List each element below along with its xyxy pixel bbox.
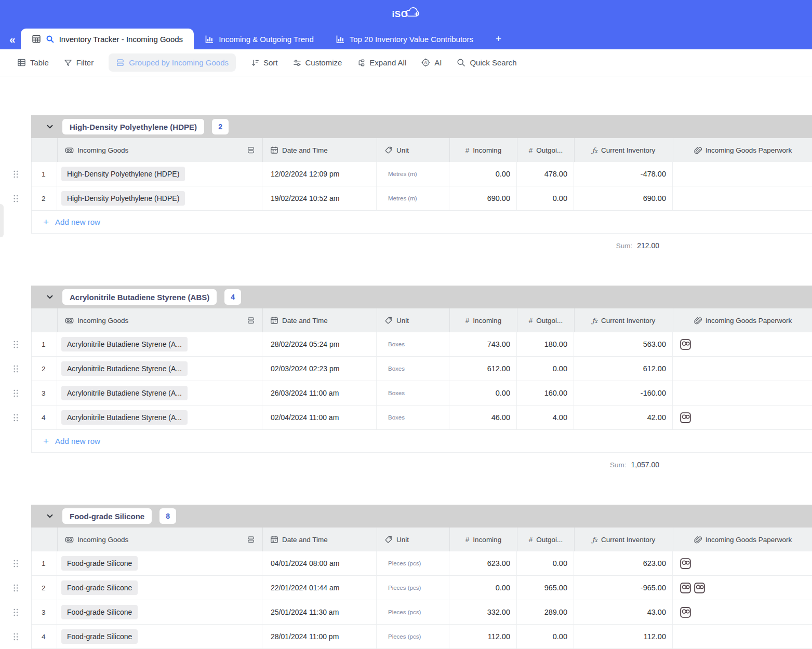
column-header-incoming[interactable]: #Incoming <box>450 138 517 162</box>
cell-current-inventory[interactable]: 612.00 <box>574 357 673 381</box>
cell-incoming[interactable]: 46.00 <box>449 405 517 430</box>
tab-inventory-tracker[interactable]: Inventory Tracker - Incoming Goods <box>21 29 194 49</box>
column-header-outgoing[interactable]: #Outgoi... <box>517 528 575 551</box>
cell-paperwork[interactable] <box>673 186 812 211</box>
tab-incoming-outgoing-trend[interactable]: Incoming & Outgoing Trend <box>194 29 325 49</box>
add-tab-button[interactable]: + <box>496 33 501 45</box>
cell-incoming-goods[interactable]: Acrylonitrile Butadiene Styrene (A... <box>57 332 262 357</box>
tab-top20-contributors[interactable]: Top 20 Inventory Value Contributors <box>325 29 484 49</box>
cell-incoming[interactable]: 690.00 <box>449 186 517 211</box>
column-header-datetime[interactable]: Date and Time <box>263 138 377 162</box>
drag-handle-icon[interactable] <box>13 632 19 641</box>
column-header-incoming[interactable]: #Incoming <box>450 528 517 551</box>
column-header-incoming[interactable]: #Incoming <box>450 308 517 332</box>
cell-unit[interactable]: Pieces (pcs) <box>377 551 449 576</box>
cell-incoming-goods[interactable]: Food-grade Silicone <box>57 600 262 625</box>
drag-handle-icon[interactable] <box>13 364 19 373</box>
grouped-by-button[interactable]: Grouped by Incoming Goods <box>109 53 236 72</box>
collapse-sidebar-button[interactable]: « <box>9 33 16 46</box>
attachment-thumbnail[interactable] <box>680 583 691 593</box>
column-header-unit[interactable]: Unit <box>377 138 450 162</box>
sort-button[interactable]: Sort <box>251 58 278 67</box>
cell-unit[interactable]: Boxes <box>377 332 449 357</box>
column-header-outgoing[interactable]: #Outgoi... <box>517 308 575 332</box>
cell-outgoing[interactable]: 965.00 <box>517 576 574 600</box>
cell-current-inventory[interactable]: 43.00 <box>574 600 673 625</box>
cell-unit[interactable]: Boxes <box>377 357 449 381</box>
column-header-unit[interactable]: Unit <box>377 528 450 551</box>
cell-date-and-time[interactable]: 28/01/2024 11:00 pm <box>262 625 377 649</box>
drag-handle-icon[interactable] <box>13 584 19 592</box>
cell-current-inventory[interactable]: -160.00 <box>574 381 673 405</box>
cell-incoming-goods[interactable]: Food-grade Silicone <box>57 625 262 649</box>
cell-date-and-time[interactable]: 28/02/2024 05:24 pm <box>262 332 377 357</box>
ai-button[interactable]: AI AI <box>421 58 442 67</box>
cell-current-inventory[interactable]: -965.00 <box>574 576 673 600</box>
drag-handle-icon[interactable] <box>13 170 19 179</box>
cell-date-and-time[interactable]: 19/02/2024 10:52 am <box>262 186 377 211</box>
cell-paperwork[interactable] <box>673 600 812 625</box>
cell-unit[interactable]: Boxes <box>377 381 449 405</box>
drag-handle-icon[interactable] <box>13 194 19 203</box>
collapsed-panel-handle[interactable] <box>0 204 4 237</box>
attachment-thumbnail[interactable] <box>694 583 705 593</box>
cell-current-inventory[interactable]: -478.00 <box>574 162 673 186</box>
cell-paperwork[interactable] <box>673 405 812 430</box>
column-header-paperwork[interactable]: Incoming Goods Paperwork <box>673 528 812 551</box>
cell-current-inventory[interactable]: 623.00 <box>574 551 673 576</box>
add-new-row-button[interactable]: +Add new row <box>31 211 812 234</box>
attachment-thumbnail[interactable] <box>680 558 691 569</box>
column-header-goods[interactable]: Incoming Goods <box>58 138 263 162</box>
cell-paperwork[interactable] <box>673 357 812 381</box>
column-header-current[interactable]: ƒxCurrent Inventory <box>575 528 673 551</box>
filter-button[interactable]: Filter <box>64 58 94 67</box>
cell-incoming-goods[interactable]: Food-grade Silicone <box>57 576 262 600</box>
cell-current-inventory[interactable]: 42.00 <box>574 405 673 430</box>
cell-current-inventory[interactable]: 563.00 <box>574 332 673 357</box>
cell-outgoing[interactable]: 0.00 <box>517 186 574 211</box>
cell-paperwork[interactable] <box>673 576 812 600</box>
column-header-unit[interactable]: Unit <box>377 308 450 332</box>
cell-current-inventory[interactable]: 112.00 <box>574 625 673 649</box>
chevron-down-icon[interactable] <box>45 511 55 521</box>
cell-incoming[interactable]: 0.00 <box>449 162 517 186</box>
column-header-goods[interactable]: Incoming Goods <box>58 308 263 332</box>
cell-incoming[interactable]: 743.00 <box>449 332 517 357</box>
cell-unit[interactable]: Pieces (pcs) <box>377 625 449 649</box>
column-header-paperwork[interactable]: Incoming Goods Paperwork <box>673 308 812 332</box>
cell-unit[interactable]: Pieces (pcs) <box>377 600 449 625</box>
customize-button[interactable]: Customize <box>293 58 342 67</box>
group-sum[interactable]: Sum:212.00 <box>574 241 673 250</box>
cell-current-inventory[interactable]: 690.00 <box>574 186 673 211</box>
cell-paperwork[interactable] <box>673 162 812 186</box>
cell-outgoing[interactable]: 180.00 <box>517 332 574 357</box>
cell-incoming[interactable]: 0.00 <box>449 381 517 405</box>
column-header-goods[interactable]: Incoming Goods <box>58 528 263 551</box>
cell-paperwork[interactable] <box>673 381 812 405</box>
cell-paperwork[interactable] <box>673 625 812 649</box>
drag-handle-icon[interactable] <box>13 608 19 617</box>
cell-incoming[interactable]: 623.00 <box>449 551 517 576</box>
cell-date-and-time[interactable]: 22/01/2024 01:44 am <box>262 576 377 600</box>
cell-outgoing[interactable]: 4.00 <box>517 405 574 430</box>
cell-outgoing[interactable]: 160.00 <box>517 381 574 405</box>
cell-incoming[interactable]: 612.00 <box>449 357 517 381</box>
cell-outgoing[interactable]: 0.00 <box>517 357 574 381</box>
column-header-current[interactable]: ƒxCurrent Inventory <box>575 138 673 162</box>
cell-incoming-goods[interactable]: Acrylonitrile Butadiene Styrene (A... <box>57 405 262 430</box>
column-header-datetime[interactable]: Date and Time <box>263 308 377 332</box>
cell-date-and-time[interactable]: 26/03/2024 11:00 am <box>262 381 377 405</box>
cell-incoming[interactable]: 0.00 <box>449 576 517 600</box>
drag-handle-icon[interactable] <box>13 340 19 349</box>
add-new-row-button[interactable]: +Add new row <box>31 430 812 453</box>
cell-incoming-goods[interactable]: High-Density Polyethylene (HDPE) <box>57 186 262 211</box>
drag-handle-icon[interactable] <box>13 559 19 568</box>
cell-outgoing[interactable]: 289.00 <box>517 600 574 625</box>
cell-incoming-goods[interactable]: High-Density Polyethylene (HDPE) <box>57 162 262 186</box>
cell-date-and-time[interactable]: 04/01/2024 08:00 am <box>262 551 377 576</box>
cell-incoming-goods[interactable]: Acrylonitrile Butadiene Styrene (A... <box>57 357 262 381</box>
quick-search-button[interactable]: Quick Search <box>457 58 516 67</box>
chevron-down-icon[interactable] <box>45 292 55 302</box>
cell-incoming-goods[interactable]: Food-grade Silicone <box>57 551 262 576</box>
cell-incoming-goods[interactable]: Acrylonitrile Butadiene Styrene (A... <box>57 381 262 405</box>
